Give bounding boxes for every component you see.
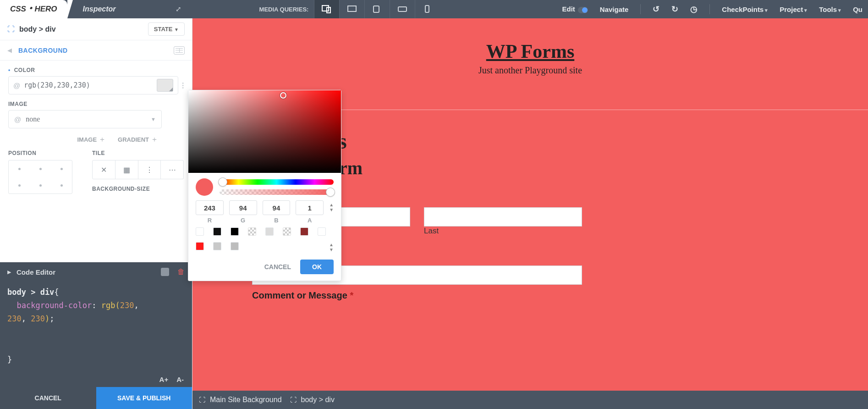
email-label: E-mail — [252, 252, 868, 263]
prop-tile: TILE ✕ ▦ ⋮ ⋯ BACKGROUND-SIZE — [92, 150, 184, 194]
menu-project[interactable]: Project — [780, 6, 807, 13]
format-toggle-icon[interactable]: ▲▼ — [329, 200, 334, 212]
picker-cancel-button[interactable]: CANCEL — [264, 263, 291, 271]
back-icon[interactable]: ◀ — [7, 47, 12, 54]
undo-icon[interactable]: ↺ — [653, 4, 659, 14]
code-editor: ▶ Code Editor 🗑 body > div{ background-c… — [0, 262, 192, 387]
code-prop: background-color — [16, 301, 92, 310]
swatch[interactable] — [196, 242, 204, 250]
menu-quick[interactable]: Qu — [853, 6, 863, 13]
color-swatch[interactable] — [157, 79, 173, 92]
swatch[interactable] — [196, 227, 204, 236]
a-input[interactable] — [296, 200, 324, 215]
alpha-slider[interactable] — [220, 189, 334, 195]
swatch[interactable] — [231, 227, 239, 236]
save-snippet-icon[interactable] — [161, 268, 169, 276]
r-input[interactable] — [196, 200, 224, 215]
svg-rect-3 — [374, 6, 379, 12]
swatch-palette: ▲▼ — [188, 225, 341, 254]
add-gradient-button[interactable]: GRADIENT＋ — [118, 135, 158, 144]
code-r: 230 — [120, 301, 134, 310]
font-decrease-button[interactable]: A- — [176, 376, 184, 383]
hue-slider[interactable] — [220, 179, 334, 185]
swatch[interactable] — [248, 227, 256, 236]
left-panel: ⛶ body > div STATE ▼ ◀ BACKGROUND COLOR … — [0, 18, 192, 409]
current-color-swatch — [196, 178, 213, 196]
device-tablet-landscape-icon[interactable] — [364, 0, 390, 18]
sv-cursor[interactable] — [280, 92, 286, 99]
svg-rect-0 — [322, 6, 329, 11]
swatch[interactable] — [300, 227, 308, 236]
media-query-devices — [314, 0, 440, 18]
tile-none-button[interactable]: ✕ — [93, 160, 115, 179]
navigate-mode-label[interactable]: Navigate — [600, 6, 629, 13]
expand-icon[interactable]: ⤢ — [176, 5, 181, 13]
hue-thumb[interactable] — [219, 178, 227, 186]
history-icon[interactable]: ◷ — [690, 4, 698, 14]
tab-csshero[interactable]: CSS ꞏ HERO — [0, 0, 67, 18]
menu-tools[interactable]: Tools — [819, 6, 841, 13]
selector-path[interactable]: body > div — [19, 25, 56, 33]
image-select[interactable]: @ none ▼ — [8, 110, 162, 128]
redo-icon[interactable]: ↻ — [671, 4, 678, 14]
target-icon[interactable]: ⛶ — [7, 25, 15, 33]
collapse-icon[interactable]: ▶ — [7, 269, 11, 275]
section-row: ◀ BACKGROUND — [0, 40, 192, 61]
trash-icon[interactable]: 🗑 — [177, 268, 185, 276]
swatch[interactable] — [213, 242, 221, 250]
position-grid[interactable] — [8, 160, 72, 194]
breadcrumb-item-root[interactable]: ⛶ Main Site Background — [199, 396, 282, 404]
menu-checkpoints[interactable]: CheckPoints — [722, 6, 768, 13]
add-image-button[interactable]: IMAGE＋ — [77, 135, 106, 144]
code-selector: body > div — [7, 287, 54, 297]
font-increase-button[interactable]: A+ — [159, 376, 169, 383]
breadcrumb-label: Main Site Background — [210, 396, 282, 404]
code-func: rgb — [101, 301, 115, 310]
g-input[interactable] — [229, 200, 257, 215]
color-picker: R G B A ▲▼ ▲▼ CANCEL OK — [188, 90, 341, 281]
device-tablet-portrait-icon[interactable] — [390, 0, 415, 18]
breadcrumb: ⛶ Main Site Background ⛶ body > div — [192, 391, 868, 409]
site-title[interactable]: WP Forms — [192, 40, 868, 62]
swatch[interactable] — [283, 227, 291, 236]
grid-layout-icon[interactable] — [174, 46, 185, 55]
prop-color: COLOR @ rgb(230,230,230) ••• — [8, 67, 184, 94]
state-button-label: STATE — [154, 26, 173, 33]
sv-area[interactable] — [188, 90, 341, 173]
picker-ok-button[interactable]: OK — [300, 260, 334, 274]
device-phone-icon[interactable] — [415, 0, 440, 18]
separator — [709, 4, 710, 14]
section-name[interactable]: BACKGROUND — [18, 47, 68, 54]
tile-label: TILE — [92, 150, 184, 156]
state-button[interactable]: STATE ▼ — [148, 22, 185, 36]
color-field[interactable]: @ rgb(230,230,230) — [8, 76, 178, 94]
b-input[interactable] — [263, 200, 291, 215]
cancel-button[interactable]: CANCEL — [0, 387, 96, 409]
swatch[interactable] — [265, 227, 274, 236]
comment-label: Comment or Message * — [252, 290, 868, 301]
swatch-more-icon[interactable]: ▲▼ — [329, 242, 334, 252]
code-editor-title: Code Editor — [16, 268, 55, 276]
image-label: IMAGE — [8, 101, 184, 107]
device-all-icon[interactable] — [314, 0, 339, 18]
swatch[interactable] — [318, 227, 326, 236]
b-label: B — [263, 217, 291, 224]
tile-repeat-y-button[interactable]: ⋮ — [138, 160, 161, 179]
more-icon[interactable]: ••• — [182, 82, 184, 89]
edit-toggle[interactable] — [578, 7, 588, 13]
edit-mode-label: Edit — [562, 5, 588, 13]
tab-inspector[interactable]: Inspector — [74, 5, 125, 13]
device-desktop-icon[interactable] — [339, 0, 364, 18]
code-body[interactable]: body > div{ background-color: rgb(230, 2… — [0, 281, 192, 376]
save-publish-button[interactable]: SAVE & PUBLISH — [96, 387, 192, 409]
add-image-label: IMAGE — [77, 136, 97, 143]
breadcrumb-item-selector[interactable]: ⛶ body > div — [290, 396, 335, 404]
swatch[interactable] — [231, 242, 239, 250]
required-mark: * — [350, 290, 353, 300]
last-name-input[interactable] — [424, 207, 582, 227]
tile-repeat-x-button[interactable]: ⋯ — [161, 160, 183, 179]
swatch[interactable] — [213, 227, 221, 236]
alpha-thumb[interactable] — [326, 188, 335, 196]
fullscreen-icon: ⛶ — [199, 396, 205, 403]
tile-repeat-button[interactable]: ▦ — [115, 160, 138, 179]
